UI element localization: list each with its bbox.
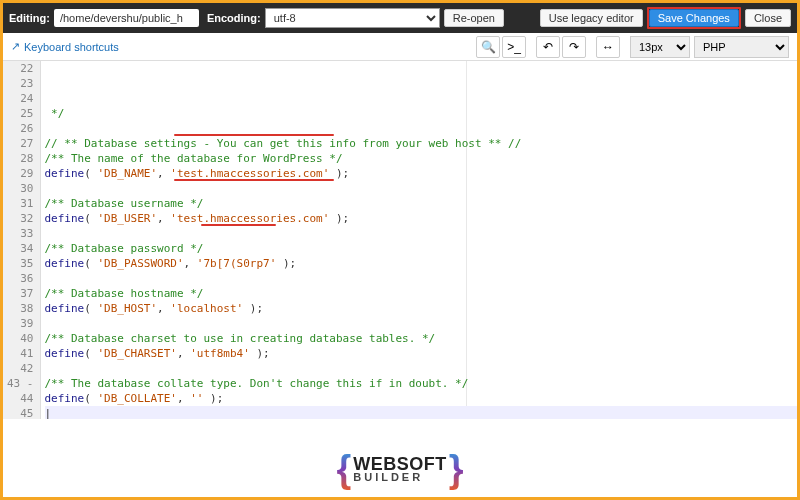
- code-line[interactable]: define( 'DB_CHARSET', 'utf8mb4' );: [45, 346, 798, 361]
- footer: { WEBSOFT BUILDER }: [3, 448, 797, 491]
- external-icon: ↗: [11, 40, 20, 53]
- line-number: 26: [7, 121, 34, 136]
- editor-toolbar: ↗ Keyboard shortcuts 🔍 >_ ↶ ↷ ↔ 13px PHP: [3, 33, 797, 61]
- reopen-button[interactable]: Re-open: [444, 9, 504, 27]
- keyboard-shortcuts-link[interactable]: ↗ Keyboard shortcuts: [11, 40, 119, 53]
- line-number: 38: [7, 301, 34, 316]
- wrap-button[interactable]: ↔: [596, 36, 620, 58]
- filepath-field[interactable]: /home/devershu/public_h: [54, 9, 199, 27]
- code-line[interactable]: /** Database hostname */: [45, 286, 798, 301]
- code-line[interactable]: |: [45, 406, 798, 419]
- encoding-label: Encoding:: [207, 12, 261, 24]
- line-number: 39: [7, 316, 34, 331]
- undo-button[interactable]: ↶: [536, 36, 560, 58]
- code-line[interactable]: define( 'DB_USER', 'test.hmaccessories.c…: [45, 211, 798, 226]
- code-line[interactable]: [45, 121, 798, 136]
- code-line[interactable]: [45, 226, 798, 241]
- code-editor[interactable]: 2223242526272829303132333435363738394041…: [3, 61, 797, 419]
- code-line[interactable]: /** The name of the database for WordPre…: [45, 151, 798, 166]
- line-number: 44: [7, 391, 34, 406]
- code-line[interactable]: define( 'DB_COLLATE', '' );: [45, 391, 798, 406]
- line-number: 35: [7, 256, 34, 271]
- line-number: 36: [7, 271, 34, 286]
- brace-open-icon: {: [336, 448, 351, 491]
- code-line[interactable]: [45, 181, 798, 196]
- line-number: 27: [7, 136, 34, 151]
- redo-button[interactable]: ↷: [562, 36, 586, 58]
- annotation-underline: [174, 134, 334, 136]
- code-line[interactable]: define( 'DB_NAME', 'test.hmaccessories.c…: [45, 166, 798, 181]
- save-button[interactable]: Save Changes: [649, 9, 739, 27]
- line-number: 33: [7, 226, 34, 241]
- code-line[interactable]: */: [45, 106, 798, 121]
- line-number: 28: [7, 151, 34, 166]
- code-line[interactable]: define( 'DB_HOST', 'localhost' );: [45, 301, 798, 316]
- brace-close-icon: }: [449, 448, 464, 491]
- line-number: 32: [7, 211, 34, 226]
- code-line[interactable]: /** Database charset to use in creating …: [45, 331, 798, 346]
- code-area[interactable]: */// ** Database settings - You can get …: [41, 61, 798, 419]
- code-line[interactable]: [45, 316, 798, 331]
- save-highlight: Save Changes: [647, 7, 741, 29]
- line-number: 41: [7, 346, 34, 361]
- line-number: 31: [7, 196, 34, 211]
- line-number: 23: [7, 76, 34, 91]
- code-line[interactable]: /** Database username */: [45, 196, 798, 211]
- line-number: 37: [7, 286, 34, 301]
- font-size-select[interactable]: 13px: [630, 36, 690, 58]
- annotation-underline: [174, 179, 334, 181]
- websoft-logo: { WEBSOFT BUILDER }: [336, 448, 463, 491]
- line-number: 42: [7, 361, 34, 376]
- line-gutter: 2223242526272829303132333435363738394041…: [3, 61, 41, 419]
- line-number: 25: [7, 106, 34, 121]
- code-line[interactable]: // ** Database settings - You can get th…: [45, 136, 798, 151]
- terminal-button[interactable]: >_: [502, 36, 526, 58]
- line-number: 30: [7, 181, 34, 196]
- language-select[interactable]: PHP: [694, 36, 789, 58]
- line-number: 34: [7, 241, 34, 256]
- line-number: 45: [7, 406, 34, 419]
- code-line[interactable]: [45, 361, 798, 376]
- line-number: 22: [7, 61, 34, 76]
- editor-topbar: Editing: /home/devershu/public_h Encodin…: [3, 3, 797, 33]
- code-line[interactable]: define( 'DB_PASSWORD', '7b[7(S0rp7' );: [45, 256, 798, 271]
- search-button[interactable]: 🔍: [476, 36, 500, 58]
- editing-label: Editing:: [9, 12, 50, 24]
- code-line[interactable]: /** The database collate type. Don't cha…: [45, 376, 798, 391]
- code-line[interactable]: [45, 271, 798, 286]
- line-number: 24: [7, 91, 34, 106]
- code-line[interactable]: /** Database password */: [45, 241, 798, 256]
- line-number: 43 -: [7, 376, 34, 391]
- close-button[interactable]: Close: [745, 9, 791, 27]
- legacy-editor-button[interactable]: Use legacy editor: [540, 9, 643, 27]
- line-number: 29: [7, 166, 34, 181]
- encoding-select[interactable]: utf-8: [265, 8, 440, 28]
- line-number: 40: [7, 331, 34, 346]
- annotation-underline: [201, 224, 276, 226]
